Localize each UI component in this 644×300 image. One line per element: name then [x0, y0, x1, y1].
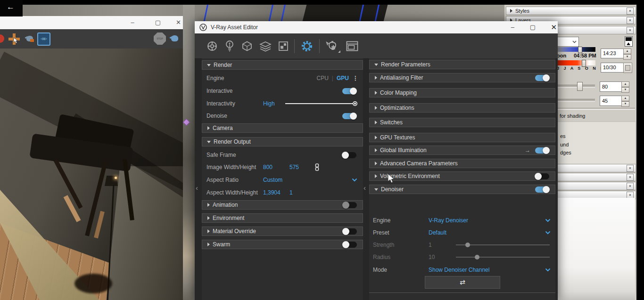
- image-height-input[interactable]: 575: [289, 164, 312, 170]
- time-of-day-slider[interactable]: [558, 47, 595, 52]
- spin-down-icon[interactable]: ▼: [621, 101, 629, 107]
- gi-toggle[interactable]: [535, 147, 549, 154]
- light-slider-thumb[interactable]: [577, 82, 583, 91]
- close-icon[interactable]: ✕: [176, 19, 181, 26]
- radius-slider[interactable]: [456, 257, 550, 258]
- date-input[interactable]: 10/30: [601, 63, 625, 73]
- denoise-toggle[interactable]: [342, 113, 356, 119]
- section-gpu-textures[interactable]: GPU Textures: [369, 133, 555, 142]
- maximize-icon[interactable]: ▢: [155, 19, 161, 26]
- panel-header-styles[interactable]: Styles ×: [506, 7, 636, 15]
- aspect-ratio-value[interactable]: Custom: [263, 177, 282, 183]
- slider-knob[interactable]: [353, 101, 357, 106]
- slider-knob[interactable]: [465, 243, 470, 247]
- maximize-icon[interactable]: ▢: [530, 24, 536, 31]
- interactive-render-icon[interactable]: [325, 39, 341, 53]
- compare-icon[interactable]: ◁|||▷: [37, 32, 50, 46]
- interactive-toggle[interactable]: [342, 88, 356, 94]
- link-dimensions-icon[interactable]: [315, 163, 319, 171]
- back-arrow-icon[interactable]: ←: [7, 2, 15, 12]
- refresh-denoiser-button[interactable]: ⇄: [425, 276, 500, 289]
- volumetric-env-toggle[interactable]: [535, 173, 549, 179]
- section-render-output[interactable]: Render Output: [202, 137, 363, 146]
- close-panel-button[interactable]: ×: [627, 174, 634, 181]
- chevron-down-icon[interactable]: [545, 268, 551, 272]
- region-render-icon[interactable]: [8, 33, 20, 45]
- section-render-parameters[interactable]: Render Parameters: [369, 60, 555, 69]
- layers-icon[interactable]: [259, 41, 272, 52]
- dark-slider[interactable]: [556, 99, 595, 102]
- antialiasing-toggle[interactable]: [535, 75, 549, 81]
- interactivity-slider[interactable]: [285, 103, 356, 104]
- animation-toggle[interactable]: [343, 202, 357, 208]
- close-panel-button[interactable]: ×: [627, 165, 634, 172]
- spin-up-icon[interactable]: ▲: [623, 49, 631, 54]
- close-icon[interactable]: ✕: [551, 23, 557, 31]
- denoiser-mode-value[interactable]: Show Denoiser Channel: [429, 267, 489, 273]
- engine-cpu-option[interactable]: CPU: [317, 75, 329, 81]
- minimize-icon[interactable]: –: [511, 24, 514, 31]
- section-global-illumination[interactable]: Global Illumination →: [369, 146, 555, 155]
- image-width-input[interactable]: 800: [263, 164, 289, 170]
- settings-gear-icon[interactable]: [300, 40, 314, 53]
- light-slider[interactable]: [556, 85, 595, 88]
- section-denoiser[interactable]: Denoiser: [369, 185, 555, 194]
- chevron-down-icon[interactable]: [545, 231, 551, 235]
- chevron-down-icon[interactable]: [352, 178, 357, 182]
- close-panel-button[interactable]: ×: [627, 27, 634, 34]
- geometry-icon[interactable]: [241, 41, 253, 52]
- light-spinner[interactable]: ▲ ▼: [621, 81, 629, 93]
- render-elements-icon[interactable]: [278, 41, 289, 51]
- section-color-mapping[interactable]: Color Mapping: [369, 88, 555, 97]
- time-spinner[interactable]: ▲ ▼: [623, 49, 631, 60]
- chevron-down-icon[interactable]: [545, 219, 551, 222]
- editor-titlebar[interactable]: V-Ray Asset Editor – ▢ ✕: [195, 21, 558, 33]
- section-render[interactable]: Render: [202, 60, 363, 70]
- aspect-height-input[interactable]: 1: [289, 189, 293, 196]
- section-animation[interactable]: Animation: [202, 200, 363, 210]
- light-value-input[interactable]: 80: [600, 81, 623, 92]
- collapse-left-icon[interactable]: ‹: [196, 185, 198, 191]
- denoiser-engine-value[interactable]: V-Ray Denoiser: [429, 217, 468, 224]
- vfb-titlebar[interactable]: – ▢ ✕: [0, 16, 183, 29]
- spin-down-icon[interactable]: ▼: [621, 87, 629, 93]
- minimize-icon[interactable]: –: [125, 16, 140, 29]
- safe-frame-toggle[interactable]: [342, 152, 356, 158]
- collapse-panel-icon[interactable]: ‹: [363, 185, 366, 191]
- render-teapot-icon[interactable]: [25, 34, 35, 42]
- swarm-toggle[interactable]: [343, 242, 357, 248]
- time-input[interactable]: 14:23: [601, 49, 625, 58]
- lights-icon[interactable]: [224, 40, 235, 52]
- time-slider-handle[interactable]: [578, 47, 582, 53]
- spin-up-icon[interactable]: ▲: [621, 81, 629, 87]
- section-optimizations[interactable]: Optimizations: [369, 103, 555, 113]
- slider-knob[interactable]: [475, 255, 479, 259]
- close-panel-button[interactable]: ×: [627, 183, 634, 190]
- date-slider[interactable]: [558, 60, 595, 65]
- section-advanced-camera[interactable]: Advanced Camera Parameters: [369, 159, 555, 168]
- render-icon[interactable]: [170, 34, 180, 42]
- dark-spinner[interactable]: ▲ ▼: [621, 96, 629, 107]
- calendar-button[interactable]: [623, 63, 632, 73]
- aspect-width-input[interactable]: 1,3904: [263, 189, 289, 196]
- spin-up-icon[interactable]: ▲: [621, 96, 629, 101]
- section-camera[interactable]: Camera: [202, 123, 363, 133]
- section-switches[interactable]: Switches: [369, 118, 555, 127]
- section-swarm[interactable]: Swarm: [202, 240, 363, 249]
- section-environment[interactable]: Environment: [202, 213, 363, 223]
- stop-render-icon[interactable]: STOP: [154, 32, 166, 45]
- show-shadows-icon[interactable]: [625, 36, 633, 47]
- strength-slider[interactable]: [456, 244, 550, 245]
- close-panel-button[interactable]: ×: [627, 17, 634, 24]
- material-override-toggle[interactable]: [343, 228, 357, 235]
- spin-down-icon[interactable]: ▼: [623, 54, 631, 60]
- section-material-override[interactable]: Material Override: [202, 227, 363, 236]
- record-icon[interactable]: [0, 34, 4, 43]
- materials-icon[interactable]: [206, 41, 218, 52]
- frame-buffer-icon[interactable]: [346, 41, 358, 51]
- close-panel-button[interactable]: ×: [627, 8, 634, 15]
- denoiser-preset-value[interactable]: Default: [429, 229, 446, 236]
- dark-value-input[interactable]: 45: [600, 96, 623, 106]
- denoiser-toggle[interactable]: [535, 186, 549, 193]
- section-antialiasing[interactable]: Antialiasing Filter: [369, 73, 555, 82]
